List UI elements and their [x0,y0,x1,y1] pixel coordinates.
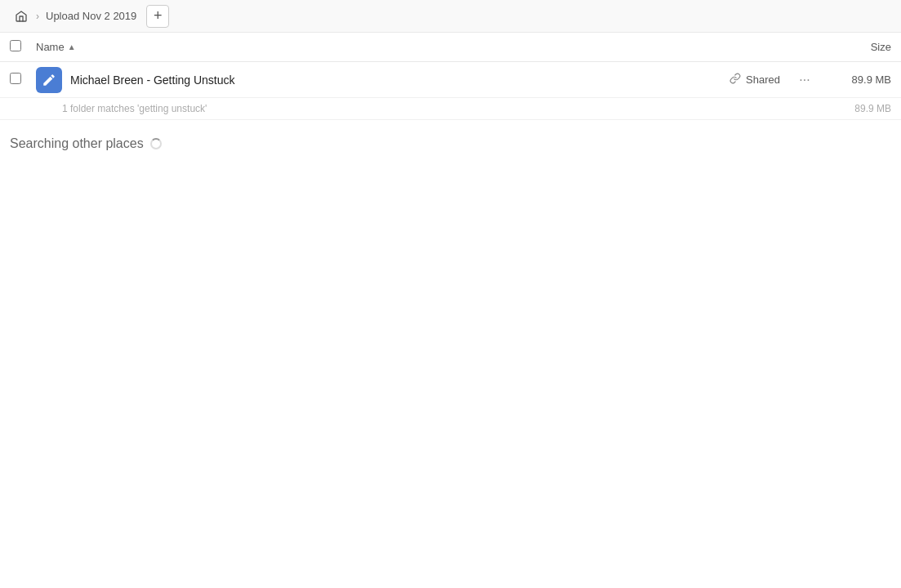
select-all-checkbox[interactable] [10,40,29,54]
summary-size: 89.9 MB [826,103,891,114]
sort-arrow-icon: ▲ [68,42,76,51]
main-content: Name ▲ Size Michael Breen - Getting Unst… [0,33,901,588]
searching-title: Searching other places [10,136,891,151]
more-options-button[interactable]: ··· [793,69,816,91]
add-button[interactable]: + [146,5,169,28]
summary-text: 1 folder matches 'getting unstuck' [62,103,826,114]
searching-label: Searching other places [10,136,144,151]
home-button[interactable] [10,5,33,28]
breadcrumb-separator: › [36,11,39,22]
file-icon [36,67,62,93]
top-bar: › Upload Nov 2 2019 + [0,0,901,33]
file-size: 89.9 MB [826,74,891,86]
searching-spinner [150,138,162,149]
column-header: Name ▲ Size [0,33,901,62]
name-column-header[interactable]: Name ▲ [36,41,826,53]
breadcrumb-item[interactable]: Upload Nov 2 2019 [42,8,140,24]
size-column-header: Size [826,41,891,53]
file-name: Michael Breen - Getting Unstuck [70,74,729,87]
link-icon [729,73,741,87]
searching-section: Searching other places [0,120,901,161]
summary-row: 1 folder matches 'getting unstuck' 89.9 … [0,98,901,120]
shared-area: Shared [729,73,780,87]
file-row[interactable]: Michael Breen - Getting Unstuck Shared ·… [0,62,901,98]
shared-label: Shared [746,74,780,86]
row-checkbox[interactable] [10,73,29,87]
